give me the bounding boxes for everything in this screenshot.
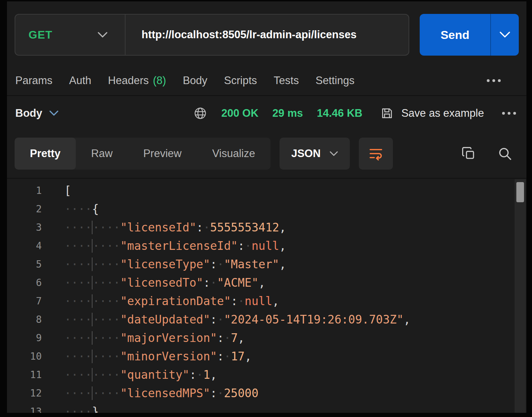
save-as-example-button[interactable]: Save as example	[380, 107, 484, 120]
code-lines: 1[2····{3········"licenseId":·5555553412…	[7, 179, 526, 413]
status-code[interactable]: 200 OK	[221, 107, 258, 120]
tab-label: Auth	[69, 74, 91, 87]
tab-visualize[interactable]: Visualize	[197, 138, 271, 170]
code-line: 9········"majorVersion":·7,	[7, 329, 526, 347]
code-content: ········"minorVersion":·17,	[42, 347, 252, 366]
view-tab-label: Pretty	[30, 147, 61, 160]
code-line: 6········"licensedTo":·"ACME",	[7, 273, 526, 292]
scrollbar[interactable]	[515, 179, 526, 413]
tab-label: Params	[15, 74, 53, 87]
line-number: 7	[7, 292, 42, 310]
request-panel: GET http://localhost:8505/lr-admin-api/l…	[7, 1, 526, 413]
tab-settings[interactable]: Settings	[315, 74, 354, 87]
line-number: 3	[7, 218, 42, 237]
tab-params[interactable]: Params	[15, 74, 53, 87]
code-content: ········"licenseId":·5555553412,	[42, 218, 286, 237]
line-number: 4	[7, 237, 42, 255]
request-bar: GET http://localhost:8505/lr-admin-api/l…	[7, 1, 526, 56]
response-time[interactable]: 29 ms	[272, 107, 303, 120]
code-content: ········"masterLicenseId":·null,	[42, 237, 286, 255]
tab-label: Headers	[108, 74, 149, 87]
code-line: 3········"licenseId":·5555553412,	[7, 218, 526, 237]
response-status-group: 200 OK 29 ms 14.46 KB	[193, 106, 362, 120]
wrap-text-button[interactable]	[359, 138, 393, 170]
code-content: ····{	[42, 200, 99, 218]
chevron-down-icon	[500, 32, 510, 38]
response-pane-label: Body	[15, 107, 42, 120]
chevron-down-icon	[98, 32, 107, 38]
more-options-icon[interactable]	[487, 79, 501, 82]
response-editor[interactable]: 1[2····{3········"licenseId":·5555553412…	[7, 178, 526, 413]
chevron-down-icon	[49, 111, 58, 116]
code-line: 7········"expirationDate":·null,	[7, 292, 526, 310]
scrollbar-thumb[interactable]	[516, 182, 524, 202]
url-input[interactable]: http://localhost:8505/lr-admin-api/licen…	[126, 28, 409, 41]
send-button[interactable]: Send	[420, 14, 519, 56]
view-tab-label: Preview	[143, 147, 182, 160]
code-content: ········"quantity":·1,	[42, 366, 217, 384]
send-button-label: Send	[420, 28, 490, 42]
tab-preview[interactable]: Preview	[128, 138, 197, 170]
code-line: 2····{	[7, 200, 526, 218]
language-select[interactable]: JSON	[280, 138, 350, 170]
globe-icon[interactable]	[193, 106, 207, 120]
tab-label: Body	[183, 74, 208, 87]
method-label: GET	[29, 28, 53, 41]
code-line: 11········"quantity":·1,	[7, 366, 526, 384]
code-line: 12········"licensedMPS":·25000	[7, 384, 526, 402]
tab-scripts[interactable]: Scripts	[224, 74, 257, 87]
response-meta-bar: Body 200 OK 29 ms 14.46 KB Save as examp…	[7, 104, 526, 123]
save-as-example-label: Save as example	[401, 107, 484, 120]
view-tab-label: Visualize	[212, 147, 255, 160]
response-more-options-icon[interactable]	[502, 112, 516, 115]
search-icon[interactable]	[497, 146, 513, 161]
app-window: GET http://localhost:8505/lr-admin-api/l…	[0, 0, 532, 417]
wrap-text-icon	[368, 146, 384, 162]
section-divider	[7, 95, 526, 96]
code-line: 4········"masterLicenseId":·null,	[7, 237, 526, 255]
language-label: JSON	[291, 147, 321, 160]
line-number: 11	[7, 366, 42, 384]
send-options-button[interactable]	[491, 14, 519, 56]
response-view-tabs: Pretty Raw Preview Visualize	[15, 138, 271, 170]
tab-raw[interactable]: Raw	[76, 138, 128, 170]
tab-tests[interactable]: Tests	[274, 74, 299, 87]
view-tab-label: Raw	[91, 147, 113, 160]
line-number: 6	[7, 273, 42, 292]
tab-headers[interactable]: Headers (8)	[108, 74, 166, 87]
tab-label: Scripts	[224, 74, 257, 87]
code-content: ····},	[42, 402, 106, 413]
chevron-down-icon	[330, 151, 338, 156]
code-content: ········"dateUpdated":·"2024-05-14T19:26…	[42, 310, 410, 329]
tab-body[interactable]: Body	[183, 74, 208, 87]
code-content: ········"expirationDate":·null,	[42, 292, 279, 310]
line-number: 2	[7, 200, 42, 218]
tab-label: Tests	[274, 74, 299, 87]
copy-icon[interactable]	[461, 146, 476, 161]
save-icon	[380, 107, 394, 120]
line-number: 9	[7, 329, 42, 347]
tab-auth[interactable]: Auth	[69, 74, 91, 87]
tab-pretty[interactable]: Pretty	[15, 138, 76, 170]
code-content: ········"licensedMPS":·25000	[42, 384, 258, 402]
code-content: ········"licensedTo":·"ACME",	[42, 273, 265, 292]
code-content: ········"licenseType":·"Master",	[42, 255, 286, 273]
tab-label: Settings	[315, 74, 354, 87]
code-line: 5········"licenseType":·"Master",	[7, 255, 526, 273]
code-content: [	[42, 181, 71, 200]
code-line: 8········"dateUpdated":·"2024-05-14T19:2…	[7, 310, 526, 329]
line-number: 8	[7, 310, 42, 329]
method-select[interactable]: GET	[15, 15, 125, 55]
url-bar: GET http://localhost:8505/lr-admin-api/l…	[15, 14, 409, 56]
response-size[interactable]: 14.46 KB	[317, 107, 362, 120]
line-number: 10	[7, 347, 42, 366]
code-line: 1[	[7, 181, 526, 200]
line-number: 13	[7, 402, 42, 413]
code-line: 13····},	[7, 402, 526, 413]
response-pane-select[interactable]: Body	[15, 107, 58, 120]
line-number: 1	[7, 181, 42, 200]
headers-count-badge: (8)	[153, 74, 166, 87]
request-tabs: Params Auth Headers (8) Body Scripts Tes…	[7, 71, 526, 90]
code-line: 10········"minorVersion":·17,	[7, 347, 526, 366]
line-number: 12	[7, 384, 42, 402]
